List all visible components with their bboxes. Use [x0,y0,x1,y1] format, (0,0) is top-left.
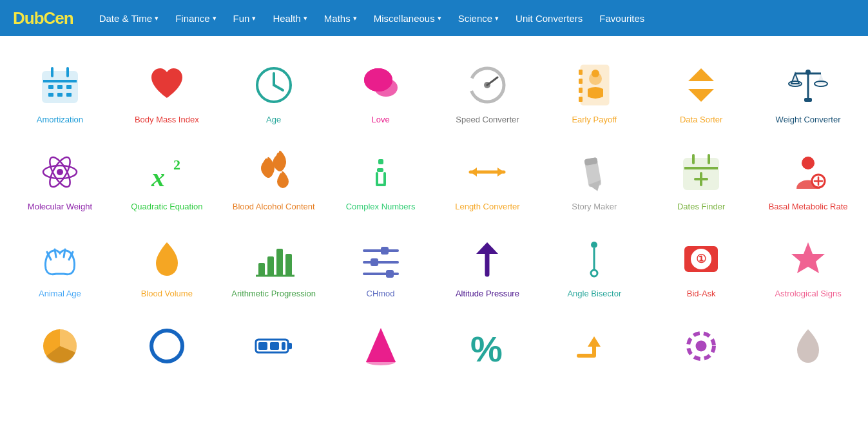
grid-card[interactable]: Length Converter [434,136,541,223]
drop2-icon [785,323,831,369]
heart-icon [144,62,190,108]
svg-rect-42 [376,172,378,185]
notebook-icon [571,62,617,108]
grid-card[interactable]: Age [220,49,327,136]
grid-card[interactable]: Early Payoff [541,49,648,136]
svg-rect-65 [258,263,265,276]
svg-point-93 [366,358,396,365]
drop-icon [144,236,190,282]
grid-card[interactable] [541,310,648,386]
grid-card[interactable]: Animal Age [6,223,113,310]
card-label: Body Mass Index [135,115,199,126]
chevron-down-icon: ▾ [252,14,256,23]
star-icon [785,236,831,282]
grid-card[interactable]: Blood Volume [113,223,220,310]
arrows-lr-icon [464,149,510,195]
card-label: Molecular Weight [28,202,92,213]
calendar-icon [37,62,83,108]
nav-item-maths[interactable]: Maths▾ [318,9,363,28]
grid-card[interactable] [648,310,755,386]
grid-card[interactable]: Blood Alcohol Content [220,136,327,223]
svg-text:%: % [470,329,503,369]
grid-card[interactable]: Amortization [6,49,113,136]
pencil-icon [571,149,617,195]
grid-card[interactable] [113,310,220,386]
svg-rect-71 [381,247,389,255]
grid-card[interactable]: Weight Converter [755,49,862,136]
grid-card[interactable]: Story Maker [541,136,648,223]
nav-item-health[interactable]: Health▾ [266,9,313,28]
svg-rect-43 [383,172,386,185]
svg-line-62 [55,249,56,257]
card-label: Length Converter [455,202,519,213]
card-label: Basal Metabolic Rate [769,202,848,213]
card-label: Bid-Ask [687,289,716,300]
clock-icon [251,62,297,108]
nav-item-favourites[interactable]: Favourites [593,9,651,28]
svg-marker-46 [470,168,477,177]
svg-marker-77 [476,242,498,254]
svg-marker-47 [497,168,504,177]
card-label: Age [266,115,281,126]
grid-card[interactable]: Altitude Pressure [434,223,541,310]
chevron-down-icon: ▾ [213,14,217,23]
grid-card[interactable]: x 2Quadratic Equation [113,136,220,223]
info-icon [358,149,404,195]
grid-card[interactable]: Dates Finder [648,136,755,223]
grid-card[interactable]: Love [327,49,434,136]
nav-item-unit-converters[interactable]: Unit Converters [509,9,589,28]
card-label: Animal Age [39,289,81,300]
grid-card[interactable] [6,310,113,386]
svg-rect-52 [684,167,718,169]
grid-card[interactable]: Data Sorter [648,49,755,136]
sliders-icon [358,236,404,282]
svg-point-15 [364,68,392,91]
grid-card[interactable] [755,310,862,386]
grid-card[interactable] [220,310,327,386]
grid-card[interactable] [327,310,434,386]
svg-point-78 [591,242,597,248]
grid-card[interactable]: Basal Metabolic Rate [755,136,862,223]
grid-card[interactable]: Arithmetic Progression [220,223,327,310]
arrow-up-icon [464,236,510,282]
card-label: Complex Numbers [346,202,416,213]
grid-card[interactable]: Astrological Signs [755,223,862,310]
drops-icon [251,149,297,195]
circle-outline-icon [144,323,190,369]
barchart-icon [251,236,297,282]
nav-item-date---time[interactable]: Date & Time▾ [93,9,166,28]
chevron-down-icon: ▾ [353,14,357,23]
grid-card[interactable]: Complex Numbers [327,136,434,223]
svg-rect-75 [386,270,394,278]
card-label: Amortization [37,115,83,126]
card-label: Data Sorter [680,115,722,126]
grid-card[interactable]: Molecular Weight [6,136,113,223]
xsquared-icon: x 2 [144,149,190,195]
grid-card[interactable]: ①Bid-Ask [648,223,755,310]
logo[interactable]: DubCen [13,8,73,28]
svg-rect-67 [276,249,283,276]
card-label: Weight Converter [776,115,841,126]
svg-rect-33 [804,98,812,102]
card-label: Quadratic Equation [131,202,202,213]
card-label: Early Payoff [572,115,617,126]
grid-card[interactable]: Speed Converter [434,49,541,136]
nav-item-finance[interactable]: Finance▾ [169,9,222,28]
nav-item-miscellaneous[interactable]: Miscellaneous▾ [367,9,448,28]
svg-marker-26 [688,68,714,81]
nav-item-fun[interactable]: Fun▾ [227,9,263,28]
nav-item-science[interactable]: Science▾ [452,9,505,28]
navbar: DubCen Date & Time▾Finance▾Fun▾Health▾Ma… [0,0,868,36]
grid-card[interactable]: % [434,310,541,386]
card-label: CHmod [367,289,395,300]
svg-point-25 [592,70,599,77]
svg-point-80 [591,270,597,276]
grid-card[interactable]: Body Mass Index [113,49,220,136]
svg-rect-44 [376,184,386,186]
svg-rect-22 [579,88,583,93]
svg-rect-4 [48,85,53,89]
atom-icon [37,149,83,195]
grid-card[interactable]: Angle Bisector [541,223,648,310]
card-label: Astrological Signs [775,289,841,300]
grid-card[interactable]: CHmod [327,223,434,310]
